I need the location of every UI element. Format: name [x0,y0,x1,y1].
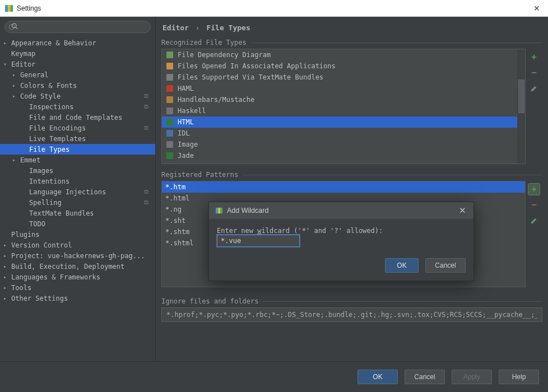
pattern-add-button[interactable]: + [528,183,540,195]
filetype-remove-button[interactable]: − [528,67,540,79]
tree-item[interactable]: Tools [0,282,155,293]
filetype-add-button[interactable]: + [528,51,540,63]
tree-item-label: File Types [29,146,69,153]
section-ignore-label: Ignore files and folders [161,297,258,305]
filetype-row[interactable]: Files Supported Via TextMate Bundles [162,72,525,83]
filetypes-listbox[interactable]: File Dependency DiagramFiles Opened In A… [161,49,526,164]
filetype-row[interactable]: Image [162,139,525,150]
scope-icon: ⧉ [144,188,148,195]
tree-item[interactable]: Spelling⧉ [0,197,155,208]
filetype-icon [165,129,174,138]
filetype-icon [165,62,174,71]
tree-arrow-icon [12,157,19,163]
tree-item-label: Colors & Fonts [20,82,77,90]
filetype-icon [165,50,174,59]
filetype-row[interactable]: HTML [162,116,525,128]
pattern-remove-button[interactable]: − [528,199,540,211]
tree-item[interactable]: Project: vue-hackernews-gh-pag... [0,250,155,261]
tree-item[interactable]: Intentions [0,176,155,186]
tree-arrow-icon [3,40,10,46]
pattern-edit-button[interactable] [528,214,540,227]
filetype-edit-button[interactable] [528,82,540,95]
wildcard-input[interactable] [217,235,300,247]
tree-item[interactable]: Plugins [0,229,155,240]
filetype-row[interactable]: Files Opened In Associated Applications [162,60,525,72]
tree-item[interactable]: TextMate Bundles [0,208,155,218]
tree-item[interactable]: File Encodings⧉ [0,123,155,133]
tree-item[interactable]: File Types [0,144,155,155]
add-wildcard-dialog: Add Wildcard ✕ Enter new wildcard ('*' a… [208,202,474,281]
tree-item[interactable]: Version Control [0,240,155,250]
modal-cancel-button[interactable]: Cancel [425,258,466,273]
scrollbar-thumb[interactable] [518,80,524,113]
modal-label: Enter new wildcard ('*' and '?' allowed)… [217,227,383,235]
window-title: Settings [17,4,41,12]
apply-button[interactable]: Apply [452,370,492,384]
filetype-row[interactable]: HAML [162,83,525,94]
tree-item[interactable]: Colors & Fonts [0,80,155,91]
tree-item[interactable]: General [0,69,155,80]
tree-item-label: General [20,71,49,79]
pattern-row[interactable]: *.htm [162,181,525,193]
filetype-label: Handlebars/Mustache [178,96,254,104]
tree-item[interactable]: File and Code Templates [0,112,155,123]
tree-item[interactable]: Keymap [0,48,155,59]
svg-rect-17 [221,208,223,214]
tree-arrow-icon [3,274,10,280]
filetype-label: IDL [178,129,190,137]
svg-rect-5 [166,52,173,58]
settings-search-input[interactable] [4,21,151,33]
tree-item[interactable]: Emmet [0,155,155,165]
cancel-button[interactable]: Cancel [405,370,445,384]
tree-item[interactable]: Live Templates [0,133,155,144]
tree-item[interactable]: Images [0,165,155,176]
tree-item-label: Inspections [29,103,73,111]
breadcrumb-root: Editor [162,24,189,32]
tree-item[interactable]: Language Injections⧉ [0,186,155,197]
filetype-row[interactable]: Handlebars/Mustache [162,94,525,105]
help-button[interactable]: Help [499,370,539,384]
tree-item-label: Keymap [11,50,35,58]
svg-rect-16 [218,208,220,214]
ignore-patterns-input[interactable] [161,307,542,322]
svg-rect-11 [166,119,173,125]
svg-rect-0 [5,5,8,12]
modal-ok-button[interactable]: OK [385,258,419,273]
filetype-label: HTML [178,118,194,126]
filetype-row[interactable]: File Dependency Diagram [162,49,525,60]
modal-close-button[interactable]: ✕ [457,206,468,216]
svg-rect-8 [166,85,173,92]
svg-rect-13 [166,141,173,148]
filetype-label: Haskell [178,107,206,115]
filetype-row[interactable]: Haskell [162,105,525,116]
breadcrumb: Editor › File Types [161,22,542,39]
filetype-label: Image [178,141,198,148]
settings-tree[interactable]: Appearance & BehaviorKeymapEditorGeneral… [0,36,155,361]
settings-panel: Editor › File Types Recognized File Type… [156,17,548,361]
dialog-buttonbar: OK Cancel Apply Help [0,361,548,392]
tree-item[interactable]: Languages & Frameworks [0,272,155,282]
svg-rect-10 [166,108,173,114]
tree-item[interactable]: Inspections⧉ [0,101,155,112]
tree-item[interactable]: Code Style⧉ [0,91,155,101]
filetype-row[interactable]: Jade [162,150,525,161]
window-close-button[interactable]: ✕ [530,4,544,13]
pattern-label: *.shtm [165,228,189,236]
pattern-label: *.sht [165,217,185,225]
section-patterns-label: Registered Patterns [161,171,238,179]
svg-rect-1 [8,5,11,12]
modal-titlebar: Add Wildcard ✕ [209,202,473,219]
filetype-icon [165,95,174,104]
tree-item[interactable]: Appearance & Behavior [0,38,155,48]
tree-item-label: Intentions [29,178,69,185]
ok-button[interactable]: OK [357,370,398,384]
tree-item[interactable]: TODO [0,218,155,229]
tree-item[interactable]: Other Settings [0,293,155,304]
scrollbar-track[interactable] [517,49,525,164]
pattern-label: *.htm [165,183,185,191]
tree-item[interactable]: Build, Execution, Deployment [0,261,155,272]
tree-item-label: Appearance & Behavior [11,39,96,47]
tree-item-label: Code Style [20,92,61,100]
tree-item[interactable]: Editor [0,59,155,69]
filetype-row[interactable]: IDL [162,128,525,139]
